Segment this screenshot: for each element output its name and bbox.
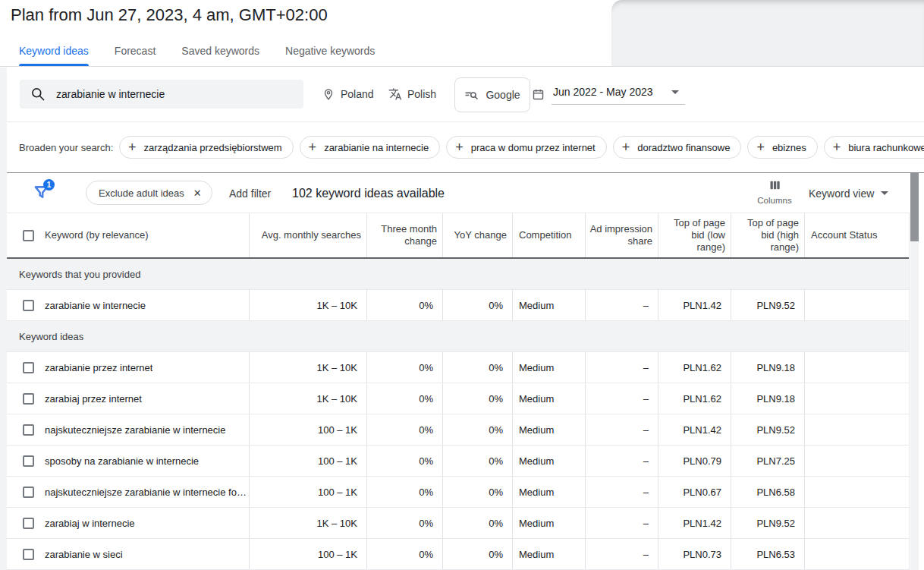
broaden-chip[interactable]: +doradztwo finansowe	[613, 136, 742, 159]
vertical-scrollbar[interactable]	[910, 173, 919, 570]
cell-yoy: 0%	[442, 446, 512, 476]
header-top-of-page-bid-high: Top of page bid (high range)	[731, 213, 804, 257]
table-row: sposoby na zarabianie w internecie100 – …	[0, 446, 909, 477]
columns-icon	[768, 178, 782, 192]
columns-label: Columns	[753, 196, 797, 205]
keyword-text: zarabianie przez internet	[45, 362, 152, 373]
cell-ad_share: –	[585, 477, 658, 507]
row-checkbox[interactable]	[23, 518, 34, 529]
keyword-text: sposoby na zarabianie w internecie	[45, 455, 199, 467]
keyword-view-dropdown[interactable]: Keyword view	[809, 173, 888, 213]
keyword-text: najskuteczniejsze zarabianie w interneci…	[45, 487, 249, 498]
cell-bid_high: PLN9.52	[731, 414, 804, 445]
broaden-chip[interactable]: +ebiznes	[747, 136, 817, 159]
cell-yoy: 0%	[442, 477, 512, 507]
header-competition: Competition	[512, 213, 585, 257]
cell-three_month: 0%	[366, 352, 442, 383]
close-icon[interactable]: ✕	[193, 187, 202, 199]
location-selector[interactable]: Poland	[322, 67, 374, 121]
cell-competition: Medium	[512, 290, 585, 320]
broaden-chip-label: doradztwo finansowe	[637, 142, 730, 153]
header-yoy-change: YoY change	[442, 213, 512, 257]
row-checkbox[interactable]	[23, 424, 34, 436]
header-keyword: Keyword (by relevance)	[0, 213, 249, 257]
cell-yoy: 0%	[442, 539, 512, 569]
cell-three_month: 0%	[366, 539, 442, 569]
cell-competition: Medium	[512, 383, 585, 414]
broaden-chips: +zarządzania przedsiębiorstwem+zarabiani…	[119, 136, 921, 159]
header-keyword-label: Keyword (by relevance)	[45, 229, 149, 241]
broaden-chip-label: zarządzania przedsiębiorstwem	[144, 142, 282, 153]
tab-negative-keywords[interactable]: Negative keywords	[285, 36, 375, 66]
cell-three_month: 0%	[366, 290, 442, 320]
search-input[interactable]	[56, 88, 269, 100]
keyword-text: najskuteczniejsze zarabianie w interneci…	[45, 424, 225, 436]
filter-chip-label: Exclude adult ideas	[99, 187, 184, 199]
row-checkbox[interactable]	[23, 393, 34, 405]
cell-competition: Medium	[512, 477, 585, 507]
scrollbar-thumb[interactable]	[910, 173, 919, 241]
cell-status	[804, 539, 910, 569]
left-gutter	[0, 68, 7, 570]
columns-button[interactable]: Columns	[753, 178, 797, 205]
broaden-chip[interactable]: +zarabianie na internecie	[300, 136, 441, 159]
cell-searches: 1K – 10K	[249, 290, 366, 320]
cell-yoy: 0%	[442, 352, 512, 383]
tab-forecast[interactable]: Forecast	[115, 36, 156, 66]
table-row: najskuteczniejsze zarabianie w interneci…	[0, 477, 909, 508]
exclude-adult-ideas-chip[interactable]: Exclude adult ideas ✕	[86, 181, 212, 205]
cell-searches: 100 – 1K	[249, 539, 366, 569]
add-filter-button[interactable]: Add filter	[229, 173, 271, 213]
cell-bid_low: PLN1.42	[658, 414, 731, 445]
tab-keyword-ideas[interactable]: Keyword ideas	[19, 36, 89, 66]
table-header-row: Keyword (by relevance) Avg. monthly sear…	[0, 213, 909, 259]
table-row: zarabiaj przez internet1K – 10K0%0%Mediu…	[0, 383, 909, 414]
cell-ad_share: –	[585, 414, 658, 445]
cell-bid_low: PLN1.62	[658, 383, 731, 414]
location-label: Poland	[341, 88, 374, 100]
cell-ad_share: –	[585, 352, 658, 383]
language-selector[interactable]: Polish	[388, 67, 436, 121]
cell-searches: 1K – 10K	[249, 352, 366, 383]
row-checkbox[interactable]	[23, 487, 34, 498]
row-checkbox[interactable]	[23, 455, 34, 467]
row-checkbox[interactable]	[23, 362, 34, 373]
plus-icon: +	[622, 140, 630, 154]
row-checkbox[interactable]	[23, 300, 34, 311]
section-label: Keyword ideas	[19, 331, 83, 342]
keyword-ideas-count: 102 keyword ideas available	[292, 173, 445, 213]
plus-icon: +	[309, 140, 317, 154]
cell-ad_share: –	[585, 290, 658, 320]
cell-searches: 1K – 10K	[249, 508, 366, 538]
cell-yoy: 0%	[442, 290, 512, 320]
table-row: zarabiaj w internecie1K – 10K0%0%Medium–…	[0, 508, 909, 539]
cell-ad_share: –	[585, 539, 658, 569]
keyword-cell: zarabiaj w internecie	[0, 508, 249, 538]
cell-competition: Medium	[512, 352, 585, 383]
filter-button[interactable]: 1	[32, 183, 55, 206]
select-all-checkbox[interactable]	[23, 230, 34, 241]
cell-three_month: 0%	[366, 446, 442, 476]
broaden-chip[interactable]: +praca w domu przez internet	[446, 136, 607, 159]
table-row: zarabianie w sieci100 – 1K0%0%Medium–PLN…	[0, 539, 909, 570]
cell-three_month: 0%	[366, 477, 442, 507]
cell-searches: 100 – 1K	[249, 446, 366, 476]
network-selector[interactable]: Google	[454, 77, 530, 112]
tab-saved-keywords[interactable]: Saved keywords	[181, 36, 259, 66]
broaden-chip[interactable]: +zarządzania przedsiębiorstwem	[119, 136, 294, 159]
date-range-selector[interactable]: Jun 2022 - May 2023	[532, 67, 685, 121]
cell-status	[804, 290, 910, 320]
chevron-down-icon	[881, 191, 888, 195]
cell-bid_high: PLN6.58	[731, 477, 804, 507]
row-checkbox[interactable]	[23, 549, 34, 560]
cell-ad_share: –	[585, 383, 658, 414]
cell-bid_low: PLN1.62	[658, 352, 731, 383]
cell-three_month: 0%	[366, 414, 442, 445]
keyword-search-box[interactable]	[20, 80, 303, 109]
location-pin-icon	[322, 87, 335, 101]
search-network-icon	[464, 88, 479, 102]
search-icon	[30, 87, 46, 102]
cell-bid_high: PLN9.52	[731, 290, 804, 320]
plus-icon: +	[833, 140, 841, 154]
broaden-chip[interactable]: +biura rachunkowe	[824, 136, 924, 159]
